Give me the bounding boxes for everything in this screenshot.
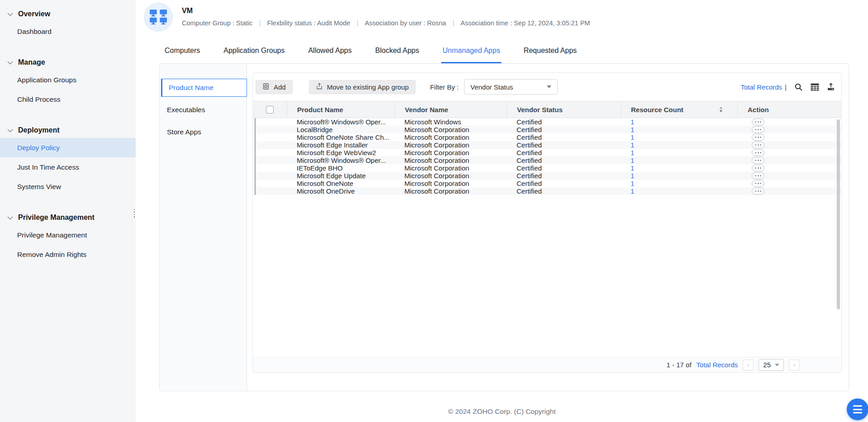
sidebar-item-application-groups[interactable]: Application Groups	[0, 70, 136, 90]
row-checkbox[interactable]	[255, 141, 256, 149]
sidebar-item-remove-admin-rights[interactable]: Remove Admin Rights	[0, 245, 136, 264]
table-row: Microsoft Edge Installer Microsoft Corpo…	[253, 141, 841, 149]
move-button-label: Move to existing App group	[327, 83, 409, 91]
row-checkbox[interactable]	[255, 156, 256, 164]
total-records-link[interactable]: Total Records	[740, 83, 782, 91]
resource-count-link[interactable]: 1	[631, 126, 634, 133]
vendor-name-cell: Microsoft Corporation	[394, 156, 507, 164]
column-vendor-name[interactable]: Vendor Name	[394, 101, 507, 118]
table-scrollbar[interactable]	[837, 119, 840, 309]
header-meta-item: Association time : Sep 12, 2024, 3:05:21…	[460, 19, 590, 27]
add-icon	[262, 83, 270, 91]
resource-count-link[interactable]: 1	[631, 180, 634, 187]
resource-count-link[interactable]: 1	[631, 172, 634, 180]
table-row: LocalBridge Microsoft Corporation Certif…	[253, 126, 841, 133]
resource-count-link[interactable]: 1	[631, 133, 634, 141]
sidebar-section-header[interactable]: Manage	[0, 55, 136, 70]
resource-count-link[interactable]: 1	[631, 141, 634, 149]
sidebar-section-header[interactable]: Privilege Management	[0, 210, 136, 225]
vendor-status-filter-select[interactable]: Vendor Status	[464, 79, 558, 95]
search-icon[interactable]	[794, 83, 803, 91]
pagination-bar: 1 - 17 of Total Records ‹ 25 ›	[253, 357, 841, 372]
row-checkbox[interactable]	[255, 172, 256, 180]
row-checkbox[interactable]	[255, 187, 256, 195]
subnav-item-executables[interactable]: Executables	[160, 101, 247, 119]
sidebar-section: DeploymentDeploy PolicyJust In Time Acce…	[0, 123, 136, 196]
chevron-down-icon	[7, 10, 13, 18]
row-actions-ellipsis-icon[interactable]	[752, 119, 764, 125]
tab-computers[interactable]: Computers	[165, 38, 200, 63]
tab-unmanaged-apps[interactable]: Unmanaged Apps	[442, 38, 500, 63]
export-icon[interactable]	[827, 83, 835, 91]
sidebar-item-systems-view[interactable]: Systems View	[0, 177, 136, 196]
resource-count-link[interactable]: 1	[631, 187, 634, 195]
select-all-checkbox[interactable]	[266, 106, 274, 114]
subnav-item-store-apps[interactable]: Store Apps	[160, 123, 247, 141]
table-row: IEToEdge BHO Microsoft Corporation Certi…	[253, 164, 841, 172]
row-actions-ellipsis-icon[interactable]	[752, 126, 764, 133]
prev-page-button[interactable]: ‹	[743, 360, 754, 370]
sidebar-item-dashboard[interactable]: Dashboard	[0, 22, 136, 41]
tab-application-groups[interactable]: Application Groups	[223, 38, 285, 63]
sort-icon[interactable]	[719, 107, 723, 112]
vendor-status-cell: Certified	[507, 180, 621, 187]
sidebar-section-header[interactable]: Overview	[0, 6, 136, 22]
chevron-down-icon	[7, 126, 13, 134]
row-checkbox[interactable]	[255, 118, 256, 126]
row-actions-ellipsis-icon[interactable]	[752, 180, 764, 187]
vm-computers-icon	[144, 3, 173, 32]
sidebar-item-just-in-time-access[interactable]: Just In Time Access	[0, 157, 136, 177]
subnav-item-product-name[interactable]: Product Name	[161, 79, 247, 97]
quick-actions-fab-menu-icon[interactable]	[847, 398, 868, 420]
product-name-cell: IEToEdge BHO	[287, 164, 394, 172]
vendor-status-cell: Certified	[507, 141, 621, 149]
vendor-name-cell: Microsoft Corporation	[394, 141, 507, 149]
sidebar-nav: OverviewDashboardManageApplication Group…	[0, 6, 136, 264]
meta-separator: |	[356, 19, 358, 27]
row-actions-ellipsis-icon[interactable]	[752, 142, 764, 148]
next-page-button[interactable]: ›	[789, 360, 800, 370]
share-up-icon	[316, 82, 323, 91]
sidebar-item-privilege-management[interactable]: Privilege Management	[0, 225, 136, 245]
resource-count-link[interactable]: 1	[631, 156, 634, 164]
column-vendor-status[interactable]: Vendor Status	[507, 101, 621, 118]
page-size-select[interactable]: 25	[759, 359, 784, 371]
subnav: Product NameExecutablesStore Apps	[160, 64, 247, 391]
resource-count-link[interactable]: 1	[631, 164, 634, 172]
row-checkbox[interactable]	[255, 133, 256, 141]
sidebar-section: ManageApplication GroupsChild Process	[0, 55, 136, 109]
row-checkbox[interactable]	[255, 180, 256, 187]
vendor-status-cell: Certified	[507, 149, 621, 156]
resource-count-link[interactable]: 1	[631, 118, 634, 126]
sidebar-item-child-process[interactable]: Child Process	[0, 90, 136, 109]
column-product-name[interactable]: Product Name	[287, 101, 394, 118]
product-name-cell: Microsoft Edge Update	[287, 172, 394, 180]
sidebar-item-deploy-policy[interactable]: Deploy Policy	[0, 138, 136, 157]
move-to-app-group-button[interactable]: Move to existing App group	[309, 80, 416, 94]
row-actions-ellipsis-icon[interactable]	[752, 149, 764, 156]
row-actions-ellipsis-icon[interactable]	[752, 157, 764, 164]
row-actions-ellipsis-icon[interactable]	[752, 172, 764, 179]
column-action: Action	[737, 101, 841, 118]
tab-requested-apps[interactable]: Requested Apps	[524, 38, 577, 63]
row-checkbox[interactable]	[255, 149, 256, 156]
sidebar-section-label: Manage	[18, 58, 45, 66]
column-resource-count[interactable]: Resource Count	[621, 101, 737, 118]
row-actions-ellipsis-icon[interactable]	[752, 188, 764, 194]
vendor-status-cell: Certified	[507, 164, 621, 172]
resource-count-link[interactable]: 1	[631, 149, 634, 156]
row-checkbox[interactable]	[255, 164, 256, 172]
table-row: Microsoft OneNote Share Ch... Microsoft …	[253, 133, 841, 141]
sidebar-section-header[interactable]: Deployment	[0, 123, 136, 138]
add-button[interactable]: Add	[256, 80, 293, 94]
chevron-down-icon	[775, 364, 779, 366]
row-actions-ellipsis-icon[interactable]	[752, 134, 764, 141]
chevron-down-icon	[7, 58, 13, 66]
row-checkbox[interactable]	[255, 126, 256, 133]
row-actions-ellipsis-icon[interactable]	[752, 165, 764, 171]
tab-blocked-apps[interactable]: Blocked Apps	[375, 38, 419, 63]
tab-allowed-apps[interactable]: Allowed Apps	[308, 38, 351, 63]
meta-separator: |	[259, 19, 261, 27]
pagination-total-records-link[interactable]: Total Records	[697, 361, 738, 369]
table-columns-icon[interactable]	[811, 83, 819, 91]
